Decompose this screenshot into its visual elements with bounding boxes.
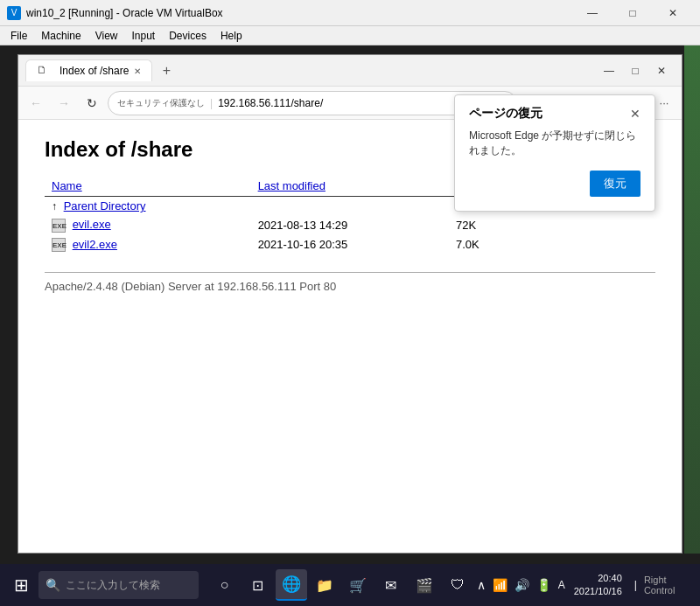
exe-icon: EXE [52, 238, 66, 252]
menu-machine[interactable]: Machine [34, 28, 88, 44]
menu-view[interactable]: View [88, 28, 125, 44]
file-modified-cell [251, 197, 449, 216]
file-modified-cell: 2021-08-13 14:29 [251, 215, 449, 235]
taskbar-time: 20:40 [574, 572, 622, 585]
col-name-link[interactable]: Name [52, 179, 82, 192]
forward-button[interactable]: → [52, 91, 76, 115]
restore-button[interactable]: 復元 [590, 171, 640, 197]
store-taskbar-button[interactable]: 🛒 [342, 569, 374, 601]
col-modified-link[interactable]: Last modified [258, 179, 326, 192]
folder-arrow-icon: ↑ [52, 200, 57, 212]
start-button[interactable]: ⊞ [5, 568, 37, 603]
search-icon: 🔍 [46, 578, 60, 592]
taskbar-search[interactable]: 🔍 ここに入力して検索 [38, 571, 199, 599]
virtualbox-window: V win10_2 [Running] - Oracle VM VirtualB… [0, 0, 700, 606]
show-desktop-button[interactable]: | [633, 577, 639, 593]
security-label: セキュリティ保護なし [117, 97, 205, 109]
file-desc-cell [520, 215, 655, 235]
file-desc-cell [520, 235, 655, 255]
menu-input[interactable]: Input [125, 28, 163, 44]
settings-menu-button[interactable]: ··· [652, 91, 676, 115]
col-name: Name [45, 176, 251, 197]
tab-close-button[interactable]: ✕ [134, 66, 141, 76]
exe-icon: EXE [52, 219, 66, 233]
edge-taskbar-button[interactable]: 🌐 [276, 569, 307, 601]
vbox-window-controls: — □ ✕ [572, 0, 693, 26]
file-name-cell: ↑ Parent Directory [45, 197, 251, 216]
browser-tab-active[interactable]: 🗋 Index of /share ✕ [25, 59, 152, 81]
browser-window: 🗋 Index of /share ✕ + — □ ✕ ← → ↻ セキュリティ… [18, 54, 682, 554]
tab-favicon: 🗋 [37, 64, 51, 78]
tray-lang-icon[interactable]: A [556, 577, 567, 593]
system-tray: ∧ 📶 🔊 🔋 A [475, 576, 567, 594]
vbox-title: win10_2 [Running] - Oracle VM VirtualBox [26, 7, 572, 19]
table-row: EXE evil.exe 2021-08-13 14:29 72K [45, 215, 655, 235]
menu-devices[interactable]: Devices [162, 28, 214, 44]
right-control-label: Right Control [644, 575, 695, 596]
file-modified-cell: 2021-10-16 20:35 [251, 235, 449, 255]
browser-titlebar: 🗋 Index of /share ✕ + — □ ✕ [18, 55, 682, 87]
vm-right-chrome [684, 45, 700, 554]
file-size-cell: 7.0K [449, 235, 521, 255]
restore-popup-message: Microsoft Edge が予期せずに閉じられました。 [469, 129, 640, 158]
tray-expand-icon[interactable]: ∧ [475, 576, 487, 594]
taskview-button[interactable]: ○ [209, 569, 241, 601]
explorer-taskbar-button[interactable]: 📁 [309, 569, 340, 601]
taskbar-clock[interactable]: 20:40 2021/10/16 [570, 572, 626, 599]
vbox-titlebar: V win10_2 [Running] - Oracle VM VirtualB… [0, 0, 700, 26]
evil-exe-link[interactable]: evil.exe [73, 218, 111, 231]
start-icon: ⊞ [14, 575, 29, 596]
browser-close-button[interactable]: ✕ [648, 58, 675, 84]
taskbar-date: 2021/10/16 [574, 585, 622, 598]
menu-help[interactable]: Help [214, 28, 249, 44]
new-tab-button[interactable]: + [156, 60, 177, 81]
vbox-minimize-button[interactable]: — [572, 0, 612, 26]
vbox-menubar: File Machine View Input Devices Help [0, 26, 700, 45]
media-taskbar-button[interactable]: 🎬 [409, 569, 440, 601]
refresh-button[interactable]: ↻ [80, 91, 104, 115]
tray-battery-icon[interactable]: 🔋 [535, 576, 553, 594]
col-modified: Last modified [251, 176, 449, 197]
file-name-cell: EXE evil2.exe [45, 235, 251, 255]
mail-taskbar-button[interactable]: ✉ [375, 569, 407, 601]
restore-popup-close-button[interactable]: ✕ [630, 107, 640, 121]
menu-file[interactable]: File [4, 28, 34, 44]
tray-volume-icon[interactable]: 🔊 [513, 576, 531, 594]
browser-maximize-button[interactable]: □ [622, 58, 648, 84]
vbox-maximize-button[interactable]: □ [612, 0, 653, 26]
tray-network-icon[interactable]: 📶 [491, 576, 509, 594]
evil2-exe-link[interactable]: evil2.exe [73, 238, 117, 251]
taskbar: ⊞ 🔍 ここに入力して検索 ○ ⊡ 🌐 📁 🛒 ✉ 🎬 🛡 [0, 564, 700, 606]
address-separator: | [210, 97, 213, 109]
vm-bottom-area: ⊞ 🔍 ここに入力して検索 ○ ⊡ 🌐 📁 🛒 ✉ 🎬 🛡 [0, 554, 700, 606]
taskbar-right: ∧ 📶 🔊 🔋 A 20:40 2021/10/16 | [475, 572, 639, 599]
vbox-close-button[interactable]: ✕ [653, 0, 693, 26]
restore-popup: ページの復元 ✕ Microsoft Edge が予期せずに閉じられました。 復… [454, 94, 655, 212]
table-row: EXE evil2.exe 2021-10-16 20:35 7.0K [45, 235, 655, 255]
search-placeholder: ここに入力して検索 [66, 578, 160, 593]
taskbar-center: ○ ⊡ 🌐 📁 🛒 ✉ 🎬 🛡 [209, 569, 473, 601]
server-info: Apache/2.4.48 (Debian) Server at 192.168… [45, 272, 655, 293]
tab-label: Index of /share [60, 65, 129, 77]
file-name-cell: EXE evil.exe [45, 215, 251, 235]
security-taskbar-button[interactable]: 🛡 [442, 569, 473, 601]
browser-window-controls: — □ ✕ [596, 58, 675, 84]
restore-popup-title: ページの復元 [469, 106, 542, 122]
widgets-button[interactable]: ⊡ [242, 569, 274, 601]
back-button[interactable]: ← [24, 91, 48, 115]
browser-minimize-button[interactable]: — [596, 58, 622, 84]
parent-dir-link[interactable]: Parent Directory [64, 199, 146, 212]
file-size-cell: 72K [449, 215, 521, 235]
restore-popup-header: ページの復元 ✕ [469, 106, 640, 122]
vm-content: 🗋 Index of /share ✕ + — □ ✕ ← → ↻ セキュリティ… [0, 45, 700, 606]
vbox-icon: V [7, 6, 21, 20]
